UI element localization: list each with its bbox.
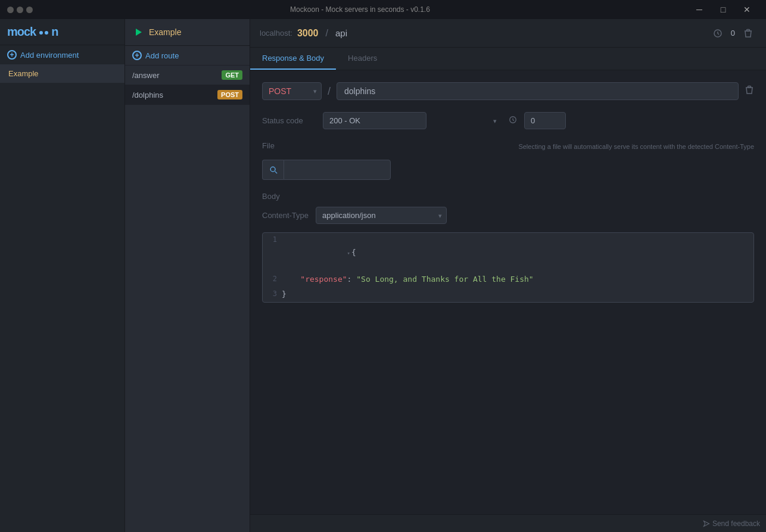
file-row (262, 160, 754, 180)
body-section: Body Content-Type application/json text/… (262, 192, 754, 303)
sidebar-routes: Example + Add route /answer GET /dolphin… (125, 19, 250, 532)
route-path-dolphins: /dolphins (132, 91, 217, 99)
environment-name: Example (8, 69, 39, 78)
add-route-label: Add route (145, 51, 179, 60)
status-code-select-wrapper: 200 - OK 201 - Created 400 - Bad Request… (323, 112, 502, 129)
environment-item-example[interactable]: Example (0, 64, 124, 83)
content-type-select[interactable]: application/json text/plain text/html ap… (316, 207, 447, 224)
svg-rect-5 (748, 86, 751, 88)
tab-headers[interactable]: Headers (336, 48, 389, 70)
latency-clock-icon (509, 116, 517, 126)
logo-dots (39, 31, 48, 35)
status-code-label: Status code (262, 116, 316, 125)
content-type-select-wrapper: application/json text/plain text/html ap… (316, 207, 447, 224)
request-count: 0 (731, 29, 735, 38)
route-item-dolphins[interactable]: /dolphins POST (125, 85, 250, 105)
code-line-3: 3 } (263, 287, 753, 302)
add-environment-button[interactable]: + Add environment (0, 45, 124, 64)
app-logo-area: mock n (0, 19, 124, 45)
file-section: File Selecting a file will automatically… (262, 141, 754, 180)
route-method-badge-dolphins: POST (217, 90, 242, 99)
add-route-button[interactable]: + Add route (125, 46, 250, 66)
logo-dot-1 (39, 31, 43, 35)
line-number-3: 3 (263, 287, 282, 301)
svg-rect-3 (747, 29, 750, 31)
app-logo: mock n (7, 25, 58, 38)
latency-input[interactable] (524, 112, 566, 129)
routes-header: Example (125, 19, 250, 46)
body-label: Body (262, 192, 754, 201)
route-path-answer: /answer (132, 71, 222, 80)
main-layout: mock n + Add environment Example Examp (0, 19, 766, 532)
sidebar-env: mock n + Add environment Example (0, 19, 125, 532)
server-name: Example (149, 27, 181, 37)
content-type-label: Content-Type (262, 211, 309, 220)
clear-requests-button[interactable] (740, 25, 756, 42)
svg-marker-0 (136, 29, 142, 36)
delete-route-button[interactable] (745, 85, 754, 97)
titlebar-dots (7, 7, 33, 13)
file-label: File (262, 141, 275, 150)
clock-icon[interactable] (709, 25, 726, 42)
send-feedback-label: Send feedback (712, 519, 760, 528)
collapse-indicator-1[interactable]: ▾ (347, 250, 350, 256)
titlebar-dot-3 (26, 7, 33, 13)
minimize-button[interactable]: ─ (687, 0, 711, 19)
logo-dot-2 (45, 31, 48, 35)
url-prefix: api (335, 28, 347, 38)
code-line-2: 2 "response": "So Long, and Thanks for A… (263, 272, 753, 287)
add-route-plus-icon: + (132, 51, 142, 60)
url-slash: / (328, 85, 331, 98)
status-code-row: Status code 200 - OK 201 - Created 400 -… (262, 112, 754, 129)
line-content-2: "response": "So Long, and Thanks for All… (282, 272, 753, 287)
line-number-2: 2 (263, 272, 282, 286)
method-select-wrapper: POST GET PUT PATCH DELETE (262, 82, 322, 100)
footer: Send feedback (250, 514, 766, 532)
url-path-input[interactable] (337, 82, 739, 100)
line-content-3: } (282, 287, 753, 302)
file-path-input[interactable] (284, 160, 391, 180)
line-number-1: 1 (263, 233, 282, 247)
host-label: localhost: (260, 29, 292, 38)
route-method-badge-answer: GET (222, 70, 242, 80)
route-url-row: POST GET PUT PATCH DELETE / (262, 82, 754, 100)
titlebar: Mockoon - Mock servers in seconds - v0.1… (0, 0, 766, 19)
close-button[interactable]: ✕ (735, 0, 759, 19)
port-value: 3000 (297, 28, 319, 39)
tabs-bar: Response & Body Headers (250, 48, 766, 70)
route-item-answer[interactable]: /answer GET (125, 66, 250, 85)
svg-point-7 (270, 167, 275, 172)
line-content-1: ▾{ (282, 233, 753, 272)
file-hint-text: Selecting a file will automatically serv… (275, 143, 754, 150)
add-environment-label: Add environment (20, 51, 79, 60)
tab-response-body[interactable]: Response & Body (250, 48, 336, 70)
titlebar-title: Mockoon - Mock servers in seconds - v0.1… (38, 5, 683, 14)
content-type-row: Content-Type application/json text/plain… (262, 207, 754, 224)
svg-line-8 (275, 172, 277, 174)
top-bar: localhost: 3000 / api 0 (250, 19, 766, 48)
file-section-header: File Selecting a file will automatically… (262, 141, 754, 155)
titlebar-dot-2 (17, 7, 23, 13)
titlebar-controls: ─ □ ✕ (687, 0, 759, 19)
main-content: localhost: 3000 / api 0 (250, 19, 766, 532)
titlebar-dot-1 (7, 7, 14, 13)
play-server-button[interactable] (132, 26, 144, 38)
route-editor: POST GET PUT PATCH DELETE / (250, 70, 766, 514)
method-select[interactable]: POST GET PUT PATCH DELETE (262, 82, 322, 100)
add-env-plus-icon: + (7, 50, 17, 60)
file-browse-button[interactable] (262, 160, 284, 180)
maximize-button[interactable]: □ (711, 0, 735, 19)
status-code-select[interactable]: 200 - OK 201 - Created 400 - Bad Request… (323, 112, 426, 129)
code-line-1: 1 ▾{ (263, 233, 753, 272)
url-slash-separator: / (326, 28, 328, 39)
send-feedback-button[interactable]: Send feedback (703, 519, 760, 528)
code-editor[interactable]: 1 ▾{ 2 "response": "So Long, and Thanks … (262, 232, 754, 303)
